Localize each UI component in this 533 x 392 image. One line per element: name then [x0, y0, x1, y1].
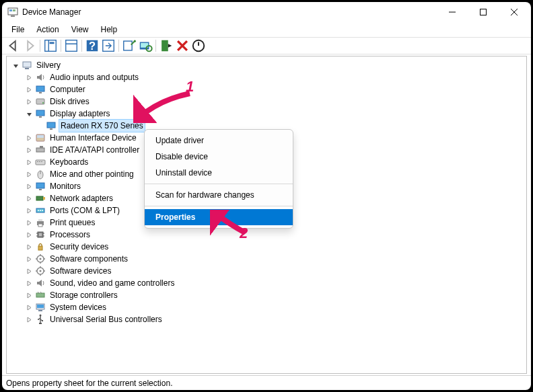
- tree-root[interactable]: Silvery: [8, 59, 525, 71]
- svg-rect-31: [47, 122, 55, 128]
- svg-rect-71: [42, 320, 43, 321]
- svg-rect-53: [38, 224, 42, 227]
- tree-category-label: Storage controllers: [48, 289, 119, 301]
- svg-point-64: [40, 270, 42, 272]
- tree-category[interactable]: Audio inputs and outputs: [8, 71, 525, 83]
- help-button[interactable]: ?: [85, 38, 100, 53]
- ctx-properties[interactable]: Properties: [145, 209, 293, 225]
- chevron-right-icon[interactable]: [24, 73, 34, 82]
- chevron-right-icon[interactable]: [24, 230, 34, 239]
- chevron-right-icon[interactable]: [24, 290, 34, 300]
- svg-point-50: [42, 210, 43, 211]
- tree-category[interactable]: Universal Serial Bus controllers: [8, 313, 525, 325]
- tree-category[interactable]: Storage controllers: [8, 289, 525, 301]
- svg-rect-21: [162, 40, 168, 52]
- minimize-button[interactable]: [437, 2, 468, 22]
- tree-category-label: Software devices: [48, 265, 112, 277]
- tree-category-label: Software components: [48, 253, 129, 265]
- tree-category[interactable]: Software components: [8, 253, 525, 265]
- update-driver-button[interactable]: [122, 38, 137, 53]
- tree-category[interactable]: Display adapters: [8, 108, 525, 120]
- chevron-right-icon[interactable]: [24, 133, 34, 143]
- chevron-right-icon[interactable]: [24, 194, 34, 203]
- svg-rect-8: [45, 40, 57, 52]
- software-icon: [35, 266, 46, 276]
- disable-device-button[interactable]: [191, 38, 206, 53]
- chevron-right-icon[interactable]: [24, 97, 34, 106]
- close-button[interactable]: [499, 2, 530, 22]
- ctx-separator: [145, 206, 293, 206]
- svg-rect-68: [38, 310, 42, 311]
- chevron-down-icon[interactable]: [24, 109, 34, 118]
- menu-help[interactable]: Help: [96, 24, 123, 36]
- uninstall-device-button[interactable]: [175, 38, 190, 53]
- tree-category[interactable]: Computer: [8, 83, 525, 95]
- svg-rect-34: [37, 135, 44, 138]
- svg-rect-67: [37, 305, 44, 308]
- chevron-right-icon[interactable]: [24, 254, 34, 264]
- tree-category[interactable]: Sound, video and game controllers: [8, 277, 525, 289]
- chevron-right-icon[interactable]: [24, 182, 34, 191]
- chevron-right-icon[interactable]: [24, 85, 34, 94]
- maximize-button[interactable]: [468, 2, 499, 22]
- ctx-uninstall-device[interactable]: Uninstall device: [145, 165, 293, 181]
- chevron-right-icon[interactable]: [24, 303, 34, 312]
- tree-category-label: Processors: [48, 229, 92, 241]
- svg-rect-44: [39, 189, 42, 190]
- tree-category[interactable]: Software devices: [8, 265, 525, 277]
- chevron-right-icon[interactable]: [24, 242, 34, 251]
- tree-category[interactable]: System devices: [8, 301, 525, 313]
- network-icon: [35, 193, 46, 204]
- chevron-right-icon[interactable]: [24, 278, 34, 288]
- chevron-right-icon[interactable]: [24, 206, 34, 215]
- scan-hardware-button[interactable]: [138, 38, 153, 53]
- svg-point-48: [38, 210, 39, 211]
- monitor-icon: [35, 84, 46, 95]
- ctx-scan-hardware[interactable]: Scan for hardware changes: [145, 187, 293, 203]
- tree-category-label: Monitors: [48, 180, 82, 192]
- toolbar-separator: [61, 40, 61, 52]
- svg-rect-3: [11, 15, 15, 17]
- chevron-right-icon[interactable]: [24, 145, 34, 155]
- titlebar: Device Manager: [2, 2, 531, 22]
- ctx-separator: [145, 184, 293, 184]
- back-button[interactable]: [6, 38, 21, 53]
- toolbar-separator: [81, 40, 82, 52]
- chevron-right-icon[interactable]: [24, 218, 34, 227]
- svg-point-62: [40, 258, 42, 260]
- svg-point-70: [38, 319, 39, 320]
- menu-file[interactable]: File: [6, 24, 30, 36]
- tree-category-label: Sound, video and game controllers: [48, 277, 176, 289]
- menu-action[interactable]: Action: [31, 24, 64, 36]
- svg-rect-25: [36, 86, 44, 91]
- tree-root-label: Silvery: [35, 59, 62, 71]
- enable-device-button[interactable]: [159, 38, 174, 53]
- tree-category[interactable]: Disk drives: [8, 95, 525, 108]
- monitor-icon: [35, 108, 46, 119]
- chevron-right-icon[interactable]: [24, 266, 34, 276]
- svg-rect-23: [23, 62, 31, 67]
- chevron-down-icon[interactable]: [11, 61, 20, 70]
- svg-rect-38: [37, 161, 38, 162]
- chevron-right-icon[interactable]: [24, 315, 34, 324]
- svg-rect-35: [36, 148, 44, 152]
- tree-category-label: Human Interface Device: [48, 132, 138, 144]
- tree-category[interactable]: Processors: [8, 229, 525, 241]
- svg-rect-43: [36, 183, 44, 188]
- svg-rect-60: [38, 246, 42, 250]
- chevron-right-icon[interactable]: [24, 157, 34, 167]
- properties-button[interactable]: [64, 38, 79, 53]
- svg-rect-1: [9, 9, 12, 11]
- menu-view[interactable]: View: [66, 24, 94, 36]
- ctx-update-driver[interactable]: Update driver: [145, 132, 293, 149]
- tree-category[interactable]: Security devices: [8, 241, 525, 253]
- tree-category-label: Universal Serial Bus controllers: [48, 313, 164, 325]
- speaker-icon: [35, 278, 46, 288]
- forward-button[interactable]: [22, 38, 37, 53]
- show-hide-tree-button[interactable]: [43, 38, 58, 53]
- ctx-disable-device[interactable]: Disable device: [145, 149, 293, 165]
- svg-rect-26: [39, 92, 42, 93]
- chevron-right-icon[interactable]: [24, 169, 34, 179]
- toolbar-separator: [118, 40, 119, 52]
- action-button[interactable]: [101, 38, 116, 53]
